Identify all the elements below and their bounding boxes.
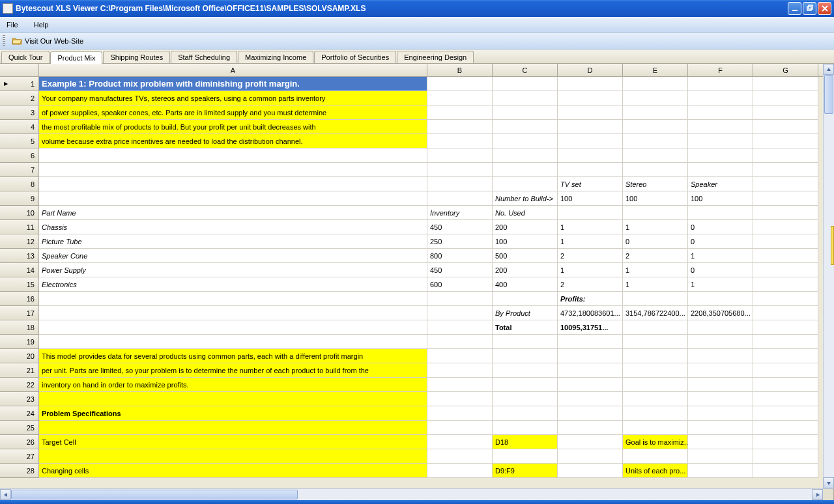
- row-header-24[interactable]: 24: [0, 406, 39, 421]
- cell-F18[interactable]: [688, 320, 753, 335]
- cell-B4[interactable]: [427, 120, 493, 134]
- cell-C16[interactable]: [493, 292, 558, 306]
- cell-F9[interactable]: 100: [688, 191, 753, 206]
- cell-D25[interactable]: [558, 421, 623, 435]
- cell-D3[interactable]: [558, 105, 623, 120]
- cell-C28[interactable]: D9:F9: [493, 464, 558, 478]
- cell-E13[interactable]: 2: [623, 249, 688, 263]
- row-header-19[interactable]: 19: [0, 335, 39, 349]
- cell-E27[interactable]: [623, 449, 688, 464]
- cell-G16[interactable]: [753, 292, 818, 306]
- cell-C11[interactable]: 200: [493, 220, 558, 234]
- row-header-7[interactable]: 7: [0, 163, 39, 177]
- cell-E22[interactable]: [623, 378, 688, 392]
- row-header-8[interactable]: 8: [0, 177, 39, 191]
- cell-E24[interactable]: [623, 406, 688, 421]
- cell-B22[interactable]: [427, 378, 493, 392]
- restore-button[interactable]: [803, 2, 816, 15]
- cell-A1[interactable]: Example 1: Product mix problem with dimi…: [39, 77, 427, 91]
- cell-C21[interactable]: [493, 363, 558, 378]
- cell-B17[interactable]: [427, 306, 493, 320]
- cell-F23[interactable]: [688, 392, 753, 406]
- cell-A23[interactable]: [39, 392, 427, 406]
- cell-F28[interactable]: [688, 464, 753, 478]
- cell-G21[interactable]: [753, 363, 818, 378]
- cell-C23[interactable]: [493, 392, 558, 406]
- cell-G1[interactable]: [753, 77, 818, 91]
- cell-B7[interactable]: [427, 163, 493, 177]
- cell-F25[interactable]: [688, 421, 753, 435]
- hscroll-thumb[interactable]: [11, 490, 298, 499]
- scroll-up-button[interactable]: [824, 64, 834, 75]
- cell-D24[interactable]: [558, 406, 623, 421]
- vertical-scrollbar[interactable]: [823, 64, 834, 488]
- cell-B27[interactable]: [427, 449, 493, 464]
- row-header-23[interactable]: 23: [0, 392, 39, 406]
- cell-A24[interactable]: Problem Specifications: [39, 406, 427, 421]
- cell-D13[interactable]: 2: [558, 249, 623, 263]
- column-header-F[interactable]: F: [688, 64, 753, 76]
- row-header-14[interactable]: 14: [0, 263, 39, 277]
- cell-B16[interactable]: [427, 292, 493, 306]
- cell-E28[interactable]: Units of each pro...: [623, 464, 688, 478]
- cell-B23[interactable]: [427, 392, 493, 406]
- cell-D17[interactable]: 4732,180083601...: [558, 306, 623, 320]
- cell-G27[interactable]: [753, 449, 818, 464]
- scroll-left-button[interactable]: [0, 489, 11, 500]
- row-header-11[interactable]: 11: [0, 220, 39, 234]
- row-header-27[interactable]: 27: [0, 449, 39, 464]
- cell-C7[interactable]: [493, 163, 558, 177]
- cell-B12[interactable]: 250: [427, 234, 493, 249]
- cell-C6[interactable]: [493, 148, 558, 163]
- cell-E12[interactable]: 0: [623, 234, 688, 249]
- sheet-tab-portfolio-of-securities[interactable]: Portfolio of Securities: [314, 51, 396, 63]
- cell-C4[interactable]: [493, 120, 558, 134]
- cell-D16[interactable]: Profits:: [558, 292, 623, 306]
- cell-A18[interactable]: [39, 320, 427, 335]
- cell-C9[interactable]: Number to Build->: [493, 191, 558, 206]
- cell-B1[interactable]: [427, 77, 493, 91]
- cell-D27[interactable]: [558, 449, 623, 464]
- minimize-button[interactable]: [788, 2, 801, 15]
- row-header-3[interactable]: 3: [0, 105, 39, 120]
- cell-D15[interactable]: 2: [558, 277, 623, 292]
- cell-F10[interactable]: [688, 206, 753, 220]
- cell-D11[interactable]: 1: [558, 220, 623, 234]
- cell-B6[interactable]: [427, 148, 493, 163]
- cell-A5[interactable]: volume because extra price incentives ar…: [39, 134, 427, 148]
- cell-B5[interactable]: [427, 134, 493, 148]
- cell-C22[interactable]: [493, 378, 558, 392]
- cell-A17[interactable]: [39, 306, 427, 320]
- sheet-tab-engineering-design[interactable]: Engineering Design: [397, 51, 474, 63]
- menu-file[interactable]: File: [3, 20, 22, 30]
- cell-F22[interactable]: [688, 378, 753, 392]
- column-header-G[interactable]: G: [753, 64, 818, 76]
- row-header-12[interactable]: 12: [0, 234, 39, 249]
- row-header-10[interactable]: 10: [0, 206, 39, 220]
- cell-D19[interactable]: [558, 335, 623, 349]
- cell-E14[interactable]: 1: [623, 263, 688, 277]
- cell-D22[interactable]: [558, 378, 623, 392]
- cell-G4[interactable]: [753, 120, 818, 134]
- cell-A16[interactable]: [39, 292, 427, 306]
- row-header-5[interactable]: 5: [0, 134, 39, 148]
- cell-F24[interactable]: [688, 406, 753, 421]
- cell-C20[interactable]: [493, 349, 558, 363]
- cell-D1[interactable]: [558, 77, 623, 91]
- cell-A19[interactable]: [39, 335, 427, 349]
- cell-E4[interactable]: [623, 120, 688, 134]
- cell-E8[interactable]: Stereo: [623, 177, 688, 191]
- cell-B11[interactable]: 450: [427, 220, 493, 234]
- cell-D4[interactable]: [558, 120, 623, 134]
- cell-B14[interactable]: 450: [427, 263, 493, 277]
- cell-F8[interactable]: Speaker: [688, 177, 753, 191]
- column-header-A[interactable]: A: [39, 64, 427, 76]
- cell-A13[interactable]: Speaker Cone: [39, 249, 427, 263]
- cell-F7[interactable]: [688, 163, 753, 177]
- cell-A20[interactable]: This model provides data for several pro…: [39, 349, 427, 363]
- sheet-tab-shipping-routes[interactable]: Shipping Routes: [103, 51, 170, 63]
- scroll-down-button[interactable]: [824, 477, 834, 488]
- cell-G17[interactable]: [753, 306, 818, 320]
- cell-G15[interactable]: [753, 277, 818, 292]
- row-header-26[interactable]: 26: [0, 435, 39, 449]
